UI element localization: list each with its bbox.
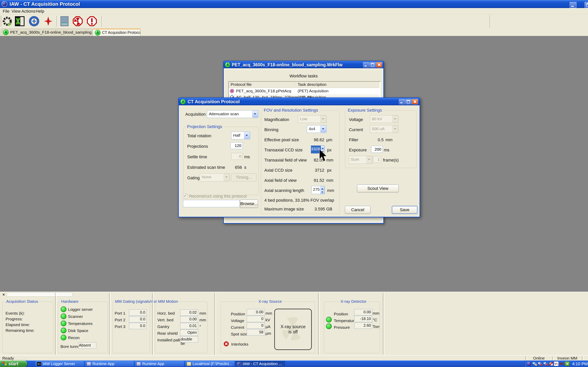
projections-input[interactable] xyxy=(230,142,243,149)
axial-ccd-value: 3712 xyxy=(301,168,324,173)
spot-size-value: 58 xyxy=(247,329,265,335)
tab-workflow[interactable]: A PET_acq_3600s_F18-online_blood_samplin… xyxy=(1,29,92,36)
reconstruct-path-input[interactable] xyxy=(183,200,240,207)
dock-splitter[interactable] xyxy=(318,293,320,355)
axial-ccd-unit: px xyxy=(327,168,331,173)
binning-combo[interactable]: 4x4 xyxy=(307,125,327,133)
task-runtime-app-1[interactable]: Runtime App xyxy=(85,361,134,367)
xray-warning-icon[interactable] xyxy=(72,16,83,26)
dock-grip[interactable] xyxy=(7,293,72,296)
browse-button[interactable]: Browse... xyxy=(240,200,258,208)
frame-mode-combo: Sum xyxy=(349,156,372,164)
task-iaw-logger[interactable]: C:\ IAW Logger Server xyxy=(35,361,84,367)
report-icon[interactable] xyxy=(61,16,69,26)
axial-scan-length-spinner[interactable]: 275 xyxy=(311,186,325,194)
mouse-cursor xyxy=(319,149,330,163)
vnc-icon[interactable]: Vc xyxy=(554,361,559,366)
tab-ct-protocol[interactable]: A CT Acquisition Protocol5 xyxy=(93,29,140,36)
network-disconnected-icon[interactable] xyxy=(543,361,548,366)
frame-count-input xyxy=(373,156,381,163)
spin-up-icon[interactable] xyxy=(321,146,324,150)
menu-actions[interactable]: Actions xyxy=(21,9,35,14)
magnification-value: Low xyxy=(300,117,307,121)
xray-off-button[interactable]: X-ray source is off xyxy=(274,309,312,350)
workflow-maximize-button[interactable] xyxy=(370,62,376,67)
dock-splitter[interactable] xyxy=(383,293,384,355)
navigator-icon[interactable] xyxy=(29,16,39,26)
ct-dialog: A CT Acquisition Protocol Acquisition At… xyxy=(178,98,420,217)
current-label: Current xyxy=(349,127,363,132)
binning-label: Binning xyxy=(264,127,278,132)
ct-close-button[interactable] xyxy=(412,99,418,104)
axial-scan-length-value[interactable]: 275 xyxy=(312,186,320,194)
cancel-button[interactable]: Cancel xyxy=(345,206,371,214)
main-titlebar: IAW - CT Acquisition Protocol xyxy=(0,0,588,8)
acquire-spinner-icon[interactable] xyxy=(2,16,12,26)
workflow-titlebar[interactable]: A PET_acq_3600s_F18-online_blood_samplin… xyxy=(224,61,383,68)
exposure-input[interactable] xyxy=(371,146,383,153)
vert-bed-label: Vert. bed xyxy=(157,318,173,322)
xray-off-label: X-ray source is off xyxy=(275,324,311,334)
dock-splitter[interactable] xyxy=(55,293,57,355)
col-protocol-file[interactable]: Protocol file xyxy=(231,82,252,87)
window-title: IAW - CT Acquisition Protocol xyxy=(9,1,80,7)
dock-splitter[interactable] xyxy=(214,293,216,355)
port2-value: 0.0 xyxy=(129,316,147,323)
column-divider[interactable] xyxy=(295,82,296,87)
vnc-glyph2: c xyxy=(556,362,558,365)
emergency-stop-icon[interactable] xyxy=(86,16,97,26)
console-icon: C:\ xyxy=(37,362,41,366)
workflow-minimize-button[interactable] xyxy=(363,62,369,67)
axial-fov-label: Axial field of view xyxy=(264,178,297,183)
spin-down-icon[interactable] xyxy=(320,190,324,194)
rear-shield-value: Open xyxy=(180,330,198,336)
add-protocol-icon[interactable] xyxy=(44,16,53,26)
save-button[interactable]: Save xyxy=(392,206,417,214)
tray-clock[interactable]: 4:10 PM xyxy=(572,361,588,367)
menu-help[interactable]: Help xyxy=(36,9,44,14)
toolbar-grip[interactable] xyxy=(0,16,1,26)
axial-ccd-label: Axial CCD size xyxy=(264,168,293,173)
status-online: Online xyxy=(533,356,545,360)
ct-minimize-button[interactable] xyxy=(399,99,405,104)
menu-view[interactable]: View xyxy=(11,9,20,14)
minimize-button[interactable] xyxy=(570,2,577,8)
projection-settings-title: Projection Settings xyxy=(186,124,223,129)
total-rotation-combo[interactable]: Half xyxy=(231,132,250,139)
spin-up-icon[interactable] xyxy=(320,186,324,190)
nvidia-icon[interactable] xyxy=(565,361,570,366)
chevron-down-icon[interactable] xyxy=(320,125,326,133)
status-divider xyxy=(552,356,554,360)
acquisition-combo[interactable]: Attenuation scan xyxy=(207,110,258,118)
ct-maximize-button[interactable] xyxy=(405,99,412,104)
col-task-description[interactable]: Task description xyxy=(298,82,327,87)
ct-dialog-titlebar[interactable]: A CT Acquisition Protocol xyxy=(179,98,420,105)
disabled-device-icon[interactable] xyxy=(549,361,553,366)
volume-icon[interactable] xyxy=(559,361,564,366)
remaining-time-label: Remaining time: xyxy=(6,328,35,333)
msn-sphere-icon[interactable] xyxy=(527,361,531,366)
dock-splitter[interactable] xyxy=(152,293,154,355)
current-combo: 500 uA xyxy=(370,125,398,133)
port3-label: Port 3 xyxy=(115,324,125,329)
excel-export-icon[interactable] xyxy=(15,16,25,26)
task-localhost[interactable]: LocalHost (F:\Preclini... xyxy=(185,361,234,367)
menu-file[interactable]: File xyxy=(3,9,9,14)
workflow-close-button[interactable] xyxy=(376,62,382,67)
task-iaw-ct-acquisition[interactable]: IAW - CT Acquisition ... xyxy=(235,361,285,367)
restore-button[interactable] xyxy=(585,2,588,8)
dock-splitter[interactable] xyxy=(109,293,111,355)
chevron-down-icon[interactable] xyxy=(252,111,258,117)
network-disconnected-icon[interactable] xyxy=(538,361,543,366)
task-runtime-app-2[interactable]: Runtime App xyxy=(135,361,184,367)
start-button[interactable]: start xyxy=(0,360,27,367)
detector-position-value: 0.00 xyxy=(354,309,372,315)
network-icon[interactable] xyxy=(533,361,537,366)
chevron-down-icon[interactable] xyxy=(244,132,250,139)
scout-view-button[interactable]: Scout View xyxy=(357,184,399,192)
table-row[interactable]: PET_acq_3600s_F18.pPetAcq (PET) Acquisit… xyxy=(229,88,380,94)
bore-tunnel-label: Bore tunnel xyxy=(61,344,81,349)
dock-close-icon[interactable]: × xyxy=(1,292,6,297)
status-dock: × Acquisition Status Events (k): Progres… xyxy=(0,292,588,356)
bed-positions-info: 4 bed positions, 33.18% FOV overlap xyxy=(264,198,334,203)
